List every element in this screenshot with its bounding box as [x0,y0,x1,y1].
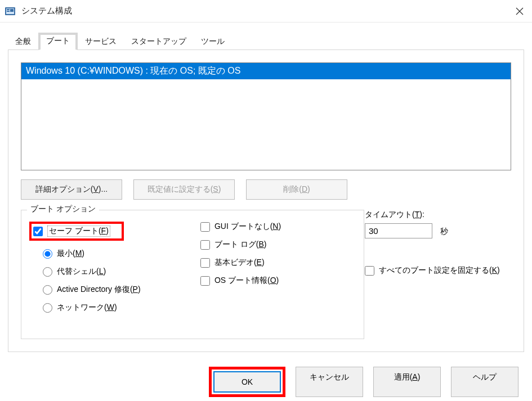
safe-boot-label: セーフ ブート(F) [47,226,110,237]
button-row: 詳細オプション(V)... 既定値に設定する(S) 削除(D) [21,179,511,200]
os-listbox[interactable]: Windows 10 (C:¥WINDOWS) : 現在の OS; 既定の OS [21,62,511,170]
ok-button[interactable]: OK [213,371,281,393]
right-column: タイムアウト(T): 秒 すべてのブート設定を固定する(K) [365,210,511,276]
bootinfo-label: OS ブート情報(O) [214,276,279,286]
ok-highlight: OK [209,367,285,397]
nogui-row: GUI ブートなし(N) [200,222,347,232]
safe-boot-highlight: セーフ ブート(F) [29,222,124,241]
radio-altshell[interactable] [43,267,52,277]
boot-options-col2: GUI ブートなし(N) ブート ログ(B) 基本ビデオ(E) [200,222,347,294]
os-list-item[interactable]: Windows 10 (C:¥WINDOWS) : 現在の OS; 既定の OS [21,63,511,79]
bootinfo-row: OS ブート情報(O) [200,276,347,286]
set-default-button: 既定値に設定する(S) [133,179,235,200]
tab-boot[interactable]: ブート [38,33,78,50]
safe-boot-checkbox[interactable] [33,227,43,236]
bootlog-checkbox[interactable] [200,240,210,250]
fix-all-label: すべてのブート設定を固定する(K) [379,265,500,276]
advanced-options-button[interactable]: 詳細オプション(V)... [21,179,122,200]
close-icon [516,7,524,15]
boot-options-group: ブート オプション セーフ ブート(F) 最小(M) [21,210,364,339]
tab-bar: 全般 ブート サービス スタートアップ ツール [8,33,532,50]
radio-network[interactable] [43,303,52,313]
tab-panel-boot: Windows 10 (C:¥WINDOWS) : 現在の OS; 既定の OS… [8,49,524,352]
close-button[interactable] [512,3,527,19]
radio-adrepair-row: Active Directory 修復(P) [43,285,198,295]
cancel-button[interactable]: キャンセル [296,367,363,397]
tab-general[interactable]: 全般 [8,33,38,50]
radio-altshell-row: 代替シェル(L) [43,267,198,277]
radio-network-row: ネットワーク(W) [43,303,198,313]
boot-options-legend: ブート オプション [27,204,99,214]
tab-startup[interactable]: スタートアップ [124,33,194,50]
safe-boot-row: セーフ ブート(F) [29,222,198,241]
bootlog-row: ブート ログ(B) [200,240,347,250]
basevideo-row: 基本ビデオ(E) [200,258,347,268]
nogui-checkbox[interactable] [200,222,210,232]
boot-options-col1: セーフ ブート(F) 最小(M) 代替シェル(L) [29,222,198,321]
radio-minimal-label: 最小(M) [57,249,84,259]
basevideo-label: 基本ビデオ(E) [214,258,265,268]
timeout-input[interactable] [365,223,432,238]
radio-altshell-label: 代替シェル(L) [57,267,106,277]
svg-rect-2 [7,9,10,10]
tab-services[interactable]: サービス [78,33,124,50]
radio-network-label: ネットワーク(W) [57,303,117,313]
tab-tools[interactable]: ツール [194,33,232,50]
dialog-button-bar: OK キャンセル 適用(A) ヘルプ [0,360,532,401]
radio-minimal-row: 最小(M) [43,249,198,259]
svg-rect-4 [10,9,14,12]
window-title: システム構成 [21,6,512,16]
timeout-unit: 秒 [440,227,448,236]
bootinfo-checkbox[interactable] [200,276,210,286]
timeout-section: タイムアウト(T): 秒 [365,210,511,238]
titlebar: システム構成 [0,0,532,22]
delete-button: 削除(D) [246,179,347,200]
svg-rect-3 [7,11,10,12]
bootlog-label: ブート ログ(B) [214,240,267,250]
radio-adrepair-label: Active Directory 修復(P) [57,285,141,295]
basevideo-checkbox[interactable] [200,258,210,268]
fix-all-checkbox[interactable] [365,266,374,276]
nogui-label: GUI ブートなし(N) [214,222,281,232]
radio-minimal[interactable] [43,249,52,259]
help-button[interactable]: ヘルプ [451,367,518,397]
radio-adrepair[interactable] [43,285,52,295]
apply-button[interactable]: 適用(A) [373,367,441,397]
fix-all-row: すべてのブート設定を固定する(K) [365,265,511,276]
timeout-label: タイムアウト(T): [365,210,511,220]
app-icon [5,6,16,17]
